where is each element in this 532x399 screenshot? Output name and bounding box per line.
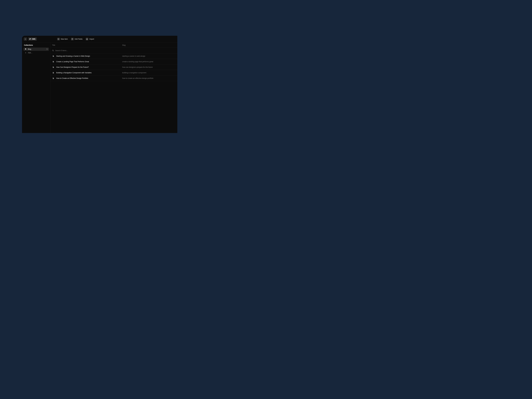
sidebar-item-label: Blog — [28, 48, 31, 50]
table-row[interactable]: Create a Landing Page That Performs Grea… — [51, 59, 177, 64]
cms-panel: CMS New Item Edit Fields Import Collecti… — [22, 36, 177, 133]
arrow-out-icon — [71, 38, 74, 40]
table-row[interactable]: How Can Designers Prepare for the Future… — [51, 64, 177, 70]
item-slug: how-to-create-an-effective-design-portfo… — [122, 77, 153, 79]
doc-icon — [52, 55, 55, 57]
new-item-label: New Item — [61, 38, 68, 40]
col-header-title[interactable]: Title — [51, 44, 122, 46]
item-slug: starting-a-career-in-web-design — [122, 55, 145, 57]
sidebar-heading: Collections — [23, 44, 49, 48]
import-label: Import — [89, 38, 94, 40]
doc-icon — [52, 72, 55, 74]
framer-icon — [29, 38, 31, 40]
table-row[interactable]: How to Create an Effective Design Portfo… — [51, 76, 177, 81]
download-icon — [86, 38, 88, 40]
plus-icon — [57, 38, 60, 40]
item-slug: how-can-designers-prepare-for-the-future — [122, 66, 153, 68]
item-slug: building-a-navigation-component — [122, 72, 146, 74]
item-title: Create a Landing Page That Performs Grea… — [55, 61, 122, 63]
search-input[interactable] — [55, 50, 111, 51]
cms-label: CMS — [32, 38, 35, 40]
new-item-button[interactable]: New Item — [56, 38, 69, 41]
column-headers: Title Slug — [51, 43, 177, 48]
cms-chip[interactable]: CMS — [28, 38, 37, 41]
plus-icon — [25, 52, 26, 54]
item-slug: create-a-landing-page-that-performs-grea… — [122, 61, 153, 63]
table-row[interactable]: Starting and Growing a Career in Web Des… — [51, 53, 177, 59]
svg-line-9 — [53, 51, 54, 51]
back-button[interactable] — [24, 38, 27, 41]
sidebar: Collections Blog 5 Add… — [22, 43, 51, 133]
item-title: Building a Navigation Component with Var… — [55, 72, 122, 74]
sidebar-item-blog[interactable]: Blog 5 — [23, 48, 49, 51]
search-row — [51, 48, 177, 53]
sidebar-item-count: 5 — [47, 48, 48, 50]
doc-icon — [52, 77, 55, 79]
search-icon — [52, 50, 54, 51]
item-title: How to Create an Effective Design Portfo… — [55, 77, 122, 79]
doc-icon — [52, 66, 55, 68]
items-list: Starting and Growing a Career in Web Des… — [51, 53, 177, 81]
panel-body: Collections Blog 5 Add… Title Slug — [22, 43, 177, 133]
edit-fields-button[interactable]: Edit Fields — [70, 38, 83, 41]
item-title: How Can Designers Prepare for the Future… — [55, 66, 122, 68]
collection-icon — [25, 48, 26, 50]
table-row[interactable]: Building a Navigation Component with Var… — [51, 70, 177, 76]
item-title: Starting and Growing a Career in Web Des… — [55, 55, 122, 57]
sidebar-add-label: Add… — [28, 52, 32, 54]
sidebar-add-button[interactable]: Add… — [23, 51, 49, 54]
content: Title Slug Starting and Growing a Career… — [51, 43, 177, 133]
import-button[interactable]: Import — [85, 38, 95, 41]
edit-fields-label: Edit Fields — [75, 38, 82, 40]
doc-icon — [52, 61, 55, 63]
col-header-slug[interactable]: Slug — [122, 44, 126, 46]
topbar: CMS New Item Edit Fields Import — [22, 36, 177, 43]
